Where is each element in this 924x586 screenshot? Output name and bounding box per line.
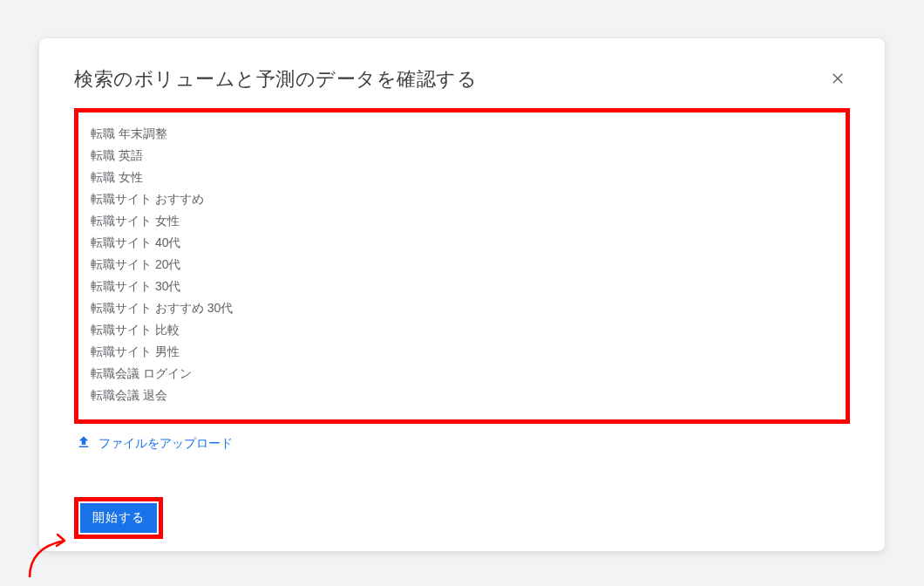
dialog-panel: 検索のボリュームと予測のデータを確認する ファイルをアップロード 開始する (39, 38, 885, 551)
keywords-textarea[interactable] (84, 118, 840, 411)
keywords-highlight-box (74, 108, 850, 424)
dialog-title: 検索のボリュームと予測のデータを確認する (74, 66, 477, 92)
dialog-footer: 開始する (74, 497, 163, 539)
close-icon (830, 71, 846, 86)
dialog-header: 検索のボリュームと予測のデータを確認する (74, 66, 850, 92)
upload-icon (76, 434, 92, 453)
upload-file-link[interactable]: ファイルをアップロード (76, 434, 850, 453)
close-button[interactable] (825, 66, 850, 91)
start-highlight-box: 開始する (74, 497, 163, 539)
upload-label: ファイルをアップロード (99, 436, 233, 452)
start-button[interactable]: 開始する (80, 503, 157, 533)
